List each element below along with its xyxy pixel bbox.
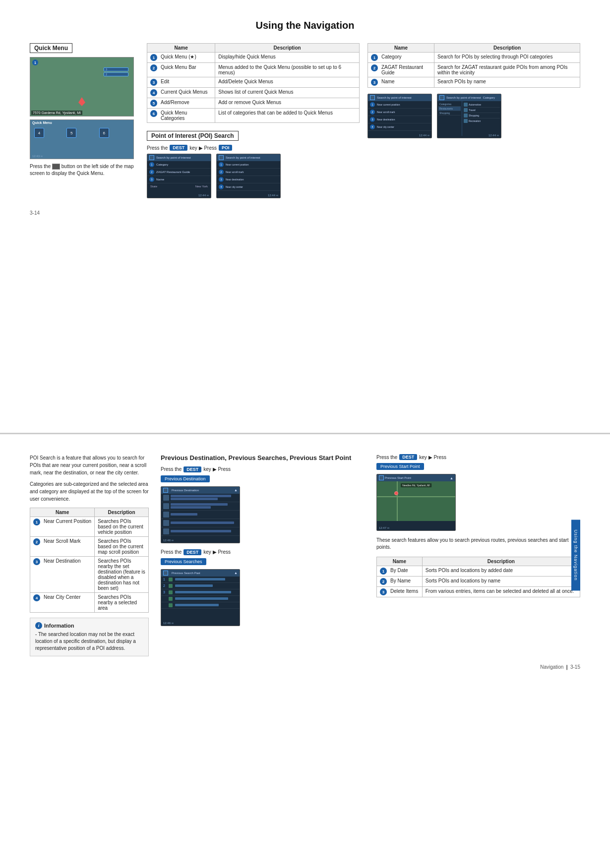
poi-category-table: Name Description 1Category Search for PO… [367, 43, 580, 88]
poi-screen-categories: Search by point of interest 1 Category 2… [147, 154, 211, 198]
col-name-1: Name [147, 44, 215, 53]
sidebar-tab: Using the Navigation [571, 520, 580, 590]
page2-content: POI Search is a feature that allows you … [30, 454, 580, 656]
screen-row: 1 [161, 577, 240, 583]
table-row: 4Near City Center Searches POIs nearby a… [30, 593, 149, 613]
corner-icon-r2 [439, 95, 444, 100]
screen-row: 3 Name [147, 176, 211, 183]
prev-dest-title: Previous Destination, Previous Searches,… [161, 454, 365, 463]
col-name-poi: Name [30, 508, 95, 517]
poi-screens: Search by point of interest 1 Category 2… [147, 154, 360, 201]
prev-searches-key-badge: Previous Searches [161, 558, 365, 565]
info-title: i Information [35, 622, 143, 629]
poi-right-screens: Search by point of interest 1 Near curre… [367, 94, 580, 141]
dest-icon [163, 503, 169, 509]
map-image-top: 1 3 2 7570 Gardena Rd, Ypsilanti, MI [30, 57, 134, 116]
screen-header-r2: Search by point of interest Category [437, 94, 501, 101]
poi-near-table: Name Description 1Near Current Position … [30, 508, 149, 613]
dest-key-p2: DEST [183, 466, 201, 472]
prev-start-col: Press the DEST key ▶ Press Previous Star… [376, 454, 580, 656]
quick-menu-desc: Press the button on the left side of the… [30, 163, 139, 177]
quick-menu-table: Name Description 1Quick Menu (★) Display… [147, 43, 360, 123]
screen-row: 1 Near current position [368, 101, 431, 109]
info-icon: i [35, 622, 42, 629]
table-row: 3Near Destination Searches POIs nearby t… [30, 557, 149, 593]
table-row: 2Quick Menu Bar Menus added to the Quick… [147, 63, 360, 77]
screen-time-r1: 12:44 ∞ [419, 134, 429, 137]
screen-row: 2 Near scroll mark [368, 109, 431, 116]
dest-key-p2-2: DEST [183, 549, 201, 555]
table-row: 1By Date Sorts POIs and locations by add… [377, 566, 580, 577]
quick-menu-label: Quick Menu [32, 121, 52, 124]
corner-icon-r1 [370, 95, 375, 100]
table-row: 3Delete Items From various entries, item… [377, 587, 580, 597]
col-desc-1: Description [215, 44, 360, 53]
mid-section: Name Description 1Quick Menu (★) Display… [147, 43, 360, 205]
screen-time-2: 12:44 ∞ [268, 194, 278, 197]
table-row: 1Category Search for POIs by selecting t… [368, 53, 580, 63]
prev-start-screen: Previous Start Point ▲ Needles Rd, Ypsil… [376, 474, 456, 531]
dest-key-p2-3: DEST [399, 454, 417, 460]
screen-time: 12:44 ∞ [198, 194, 209, 197]
poi-search-header: Point of Interest (POI) Search [147, 131, 239, 141]
prev-start-map-label: Needles Rd, Ypsilanti, MI [401, 483, 431, 487]
screen-row [161, 596, 240, 602]
poi-key-label: POI [219, 145, 233, 151]
screen-header-r1: Search by point of interest [368, 94, 431, 101]
dest-icon [163, 528, 169, 534]
screen-row: 1 Near current position [217, 161, 280, 169]
page-1: Using the Navigation Quick Menu 1 3 2 [0, 0, 610, 434]
prev-dest-screen: Previous Destination ▲ [161, 486, 240, 543]
corner-icon-2 [219, 155, 224, 160]
dest-icon [163, 495, 169, 501]
screen-row: 4 Near city center [368, 123, 431, 131]
table-row: 3Edit Add/Delete Quick Menus [147, 77, 360, 88]
col-desc-sort: Description [422, 557, 580, 566]
table-row: 2By Name Sorts POIs and locations by nam… [377, 577, 580, 587]
screen-row: 3 Near destination [368, 116, 431, 123]
screen-row [161, 511, 240, 519]
prev-dest-key-badge: Previous Destination [161, 475, 365, 482]
prev-start-key-badge: Previous Start Point [376, 463, 580, 470]
prev-dest-col: Previous Destination, Previous Searches,… [161, 454, 365, 656]
table-row: 3Name Search POIs by name [368, 77, 580, 88]
table-row: 4Current Quick Menus Shows list of curre… [147, 88, 360, 98]
table-row: 6Quick Menu Categories List of categorie… [147, 109, 360, 123]
table-row: 2ZAGAT Restaurant Guide Search for ZAGAT… [368, 63, 580, 77]
corner-icon [149, 155, 154, 160]
map-label-top: 7570 Gardena Rd, Ypsilanti, MI [31, 111, 82, 115]
feature-text: These search features allow you to searc… [376, 537, 580, 551]
col-desc-2: Description [434, 44, 580, 53]
col-desc-poi: Description [95, 508, 149, 517]
page-title: Using the Navigation [30, 20, 580, 31]
page-2: POI Search is a feature that allows you … [0, 434, 610, 690]
prev-searches-label: Previous Searches [161, 558, 206, 565]
screen-row [161, 527, 240, 536]
table-row: 1Near Current Position Searches POIs bas… [30, 517, 149, 537]
prev-searches-screen-header: Previous Search Past ▲ [161, 570, 240, 577]
right-section: Name Description 1Category Search for PO… [367, 43, 580, 205]
poi-screen-near: Search by point of interest 1 Near curre… [216, 154, 281, 198]
page-num-1: 3-14 [30, 210, 580, 216]
dest-icon [163, 520, 169, 526]
poi-near-screen-right: Search by point of interest 1 Near curre… [367, 94, 432, 138]
quick-menu-header: Quick Menu [30, 43, 72, 53]
screen-row [161, 502, 240, 511]
poi-desc-1: POI Search is a feature that allows you … [30, 454, 149, 476]
dest-key-label: DEST [170, 145, 187, 151]
information-box: i Information - The searched location ma… [30, 618, 149, 656]
map-image-bottom: Quick Menu 4 5 6 12:43 ∞ [30, 119, 134, 159]
col-name-sort: Name [377, 557, 423, 566]
prev-searches-screen: Previous Search Past ▲ 1 2 3 [161, 569, 240, 626]
screen-row: 3 [161, 589, 240, 596]
screen-row [161, 519, 240, 527]
page1-content: Quick Menu 1 3 2 7570 Gardena Rd, Y [30, 43, 580, 205]
poi-press-instruction: Press the DEST key ▶ Press POI [147, 145, 360, 151]
poi-desc-col: POI Search is a feature that allows you … [30, 454, 149, 656]
poi-desc-2: Categories are sub-categorized and the s… [30, 480, 149, 503]
page-num-2: Navigation ❙ 3-15 [30, 664, 580, 670]
press-prev-searches: Press the DEST key ▶ Press [161, 549, 365, 555]
screen-row: 2 ZAGAT Restaurant Guide [147, 169, 211, 176]
screen-header: Search by point of interest [147, 154, 211, 161]
screen-row [161, 602, 240, 609]
